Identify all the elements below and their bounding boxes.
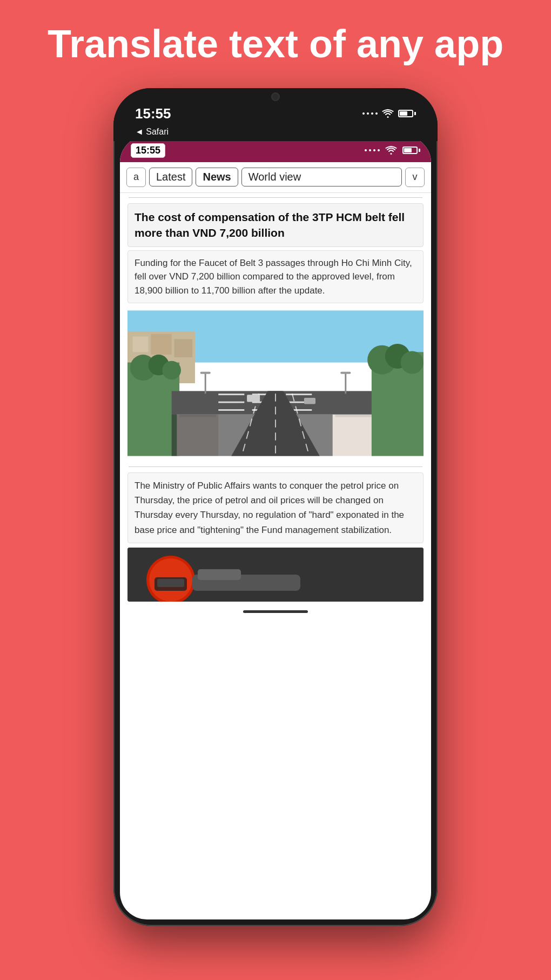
safari-back[interactable]: ◄ Safari [113,125,438,141]
in-signal-dots [365,149,380,151]
svg-point-8 [162,361,181,380]
article1-desc: Funding for the Faucet of Belt 3 passage… [127,250,424,304]
article2-text: The Ministry of Public Affairs wants to … [127,472,424,543]
svg-rect-36 [200,372,211,374]
back-label[interactable]: ◄ Safari [135,127,169,136]
article2-text-content: The Ministry of Public Affairs wants to … [135,481,404,535]
divider-top [129,197,422,198]
phone-screen: 15:55 [120,136,431,919]
svg-rect-16 [286,394,312,395]
in-time-box: 15:55 [131,143,165,158]
svg-rect-20 [218,409,244,411]
outer-time: 15:55 [135,105,171,122]
svg-rect-14 [218,394,244,395]
tab-v[interactable]: v [405,168,425,187]
phone-wrapper: 15:55 [0,83,551,926]
article2-image [127,548,424,602]
tab-news[interactable]: News [196,168,238,186]
svg-rect-43 [157,579,184,587]
in-status-icons [365,146,420,155]
home-bar [243,610,308,613]
camera [271,92,280,101]
svg-rect-38 [340,372,351,374]
battery-icon-inner [402,146,420,154]
article-content: The cost of compensation of the 3TP HCM … [120,193,431,606]
signal-dots [362,112,378,115]
divider-mid [129,466,422,467]
phone-outer: 15:55 [113,88,438,926]
article1-desc-text: Funding for the Faucet of Belt 3 passage… [135,258,412,296]
in-time: 15:55 [136,145,160,156]
tab-latest[interactable]: Latest [149,168,192,186]
svg-rect-45 [198,569,241,580]
wifi-icon-outer [382,109,394,118]
phone-notch [238,88,313,108]
svg-rect-17 [218,402,244,403]
wifi-icon-inner [385,146,397,155]
svg-rect-33 [247,395,260,402]
tab-a[interactable]: a [126,168,146,187]
nav-tabs: a Latest News World view v [120,162,431,193]
tab-world[interactable]: World view [241,168,402,186]
article1-title-text: The cost of compensation of the 3TP HCM … [135,211,405,239]
outer-icons [362,109,416,118]
svg-rect-2 [133,337,149,352]
svg-rect-34 [304,398,315,404]
page-header: Translate text of any app [0,0,551,83]
header-title: Translate text of any app [48,22,503,65]
svg-rect-12 [335,415,372,417]
article1-title[interactable]: The cost of compensation of the 3TP HCM … [127,203,424,247]
battery-icon-outer [398,110,416,117]
svg-rect-3 [151,334,171,355]
svg-point-32 [401,351,424,374]
home-indicator [120,606,431,619]
highway-svg [127,308,424,459]
article1-image [127,308,424,461]
svg-rect-4 [174,339,193,357]
